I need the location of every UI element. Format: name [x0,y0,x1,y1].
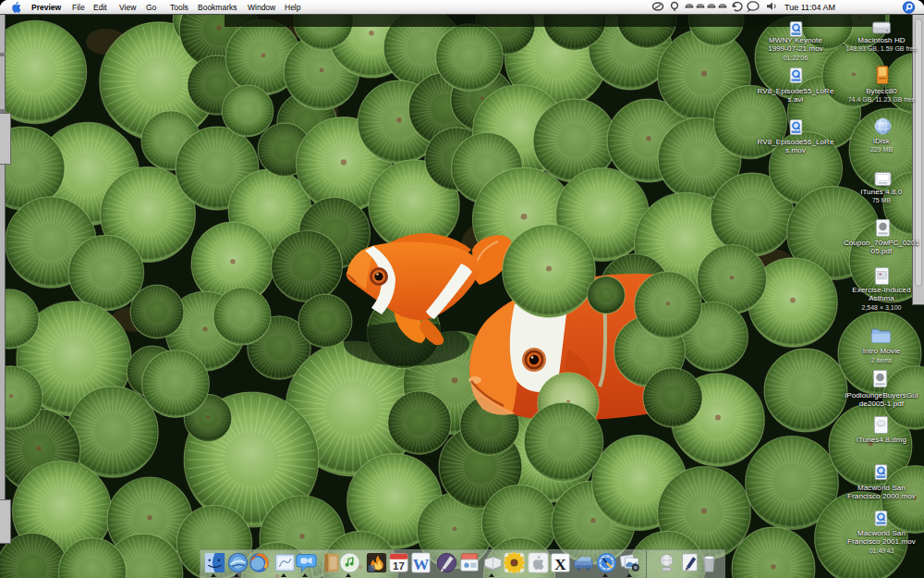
svg-text:17: 17 [393,560,405,572]
svg-text:W: W [413,555,430,573]
svg-text:X: X [554,555,566,573]
